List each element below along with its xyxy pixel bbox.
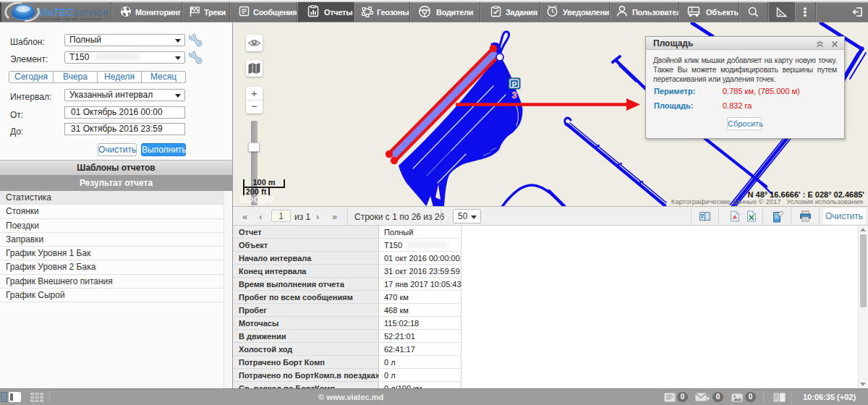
svg-text:P: P	[512, 81, 517, 89]
svg-text:СИСТЕМЫ ONLINE КОНТРОЛЯ: СИСТЕМЫ ONLINE КОНТРОЛЯ	[41, 17, 102, 21]
svg-text:Google: Google	[239, 193, 274, 205]
svg-text:ViaTECservice: ViaTECservice	[38, 7, 109, 18]
svg-text:3: 3	[512, 90, 517, 101]
svg-text:A: A	[733, 214, 737, 221]
svg-text:100 m: 100 m	[252, 178, 275, 187]
